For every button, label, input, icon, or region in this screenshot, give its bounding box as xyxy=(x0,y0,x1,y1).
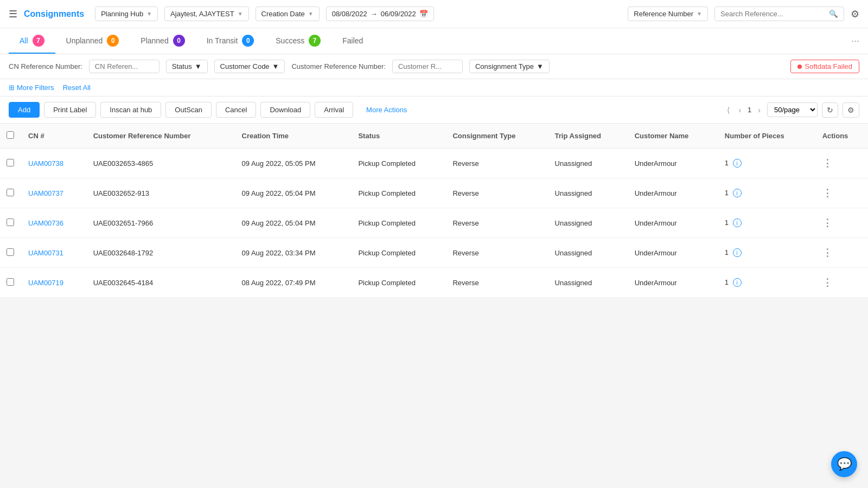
search-input[interactable] xyxy=(715,7,824,21)
search-container: 🔍 xyxy=(714,7,844,21)
prev-page-button[interactable]: ‹ xyxy=(736,105,743,115)
row-more-actions-icon[interactable]: ⋮ xyxy=(822,217,832,228)
calendar-icon: 📅 xyxy=(419,10,428,18)
search-button[interactable]: 🔍 xyxy=(824,7,844,21)
cn-link[interactable]: UAM00736 xyxy=(28,219,63,227)
more-actions-button[interactable]: More Actions xyxy=(358,102,416,117)
row-pieces: 1 i xyxy=(718,149,816,178)
tab-planned[interactable]: Planned0 xyxy=(130,28,195,54)
next-page-button[interactable]: › xyxy=(756,105,763,115)
row-pieces: 1 i xyxy=(718,238,816,268)
tab-failed[interactable]: Failed xyxy=(331,28,374,54)
outscan-button[interactable]: OutScan xyxy=(165,102,212,118)
row-checkbox[interactable] xyxy=(7,189,14,196)
reference-number-label: Reference Number xyxy=(634,10,693,18)
cancel-button[interactable]: Cancel xyxy=(216,102,256,118)
cn-link[interactable]: UAM00738 xyxy=(28,159,63,168)
planning-hub-dropdown[interactable]: Planning Hub ▼ xyxy=(95,7,158,21)
info-icon[interactable]: i xyxy=(733,219,742,227)
row-more-actions-icon[interactable]: ⋮ xyxy=(822,158,832,169)
hamburger-icon[interactable]: ☰ xyxy=(9,8,17,20)
tab-badge: 0 xyxy=(107,35,119,47)
row-actions: ⋮ xyxy=(816,208,868,238)
reset-all-link[interactable]: Reset All xyxy=(63,84,91,92)
row-checkbox-cell xyxy=(0,149,22,178)
row-checkbox[interactable] xyxy=(7,278,14,286)
info-icon[interactable]: i xyxy=(733,248,742,257)
row-actions: ⋮ xyxy=(816,238,868,268)
red-dot-icon xyxy=(797,65,802,69)
cn-reference-input[interactable] xyxy=(89,60,159,73)
app-title: Consignments xyxy=(24,9,84,19)
page-size-select[interactable]: 50/page 100/page xyxy=(767,102,818,117)
tab-in-transit[interactable]: In Transit0 xyxy=(196,28,265,54)
select-all-checkbox[interactable] xyxy=(7,131,14,139)
table-settings-button[interactable]: ⚙ xyxy=(843,102,859,118)
table-header-row: CN # Customer Reference Number Creation … xyxy=(0,124,868,149)
info-icon[interactable]: i xyxy=(733,159,742,168)
table-container: CN # Customer Reference Number Creation … xyxy=(0,124,868,298)
consignment-type-filter[interactable]: Consignment Type ▼ xyxy=(469,60,550,73)
row-cn: UAM00737 xyxy=(22,178,87,208)
tab-more-icon[interactable]: ··· xyxy=(851,35,859,47)
tab-unplanned[interactable]: Unplanned0 xyxy=(55,28,130,54)
row-customer-ref: UAE0032653-4865 xyxy=(87,149,235,178)
row-pieces: 1 i xyxy=(718,208,816,238)
download-button[interactable]: Download xyxy=(260,102,310,118)
customer-code-filter[interactable]: Customer Code ▼ xyxy=(214,60,285,73)
tab-success[interactable]: Success7 xyxy=(265,28,331,54)
date-range-picker[interactable]: 08/08/2022 → 06/09/2022 📅 xyxy=(326,7,434,21)
row-more-actions-icon[interactable]: ⋮ xyxy=(822,277,832,288)
row-checkbox-cell xyxy=(0,268,22,298)
row-cn: UAM00719 xyxy=(22,268,87,298)
add-button[interactable]: Add xyxy=(9,102,40,118)
row-customer-name: UnderArmour xyxy=(628,178,718,208)
row-checkbox[interactable] xyxy=(7,159,14,166)
status-filter[interactable]: Status ▼ xyxy=(166,60,208,73)
creation-date-dropdown[interactable]: Creation Date ▼ xyxy=(256,7,320,21)
inscan-at-hub-button[interactable]: Inscan at hub xyxy=(100,102,161,118)
col-actions: Actions xyxy=(816,124,868,149)
row-customer-name: UnderArmour xyxy=(628,268,718,298)
row-checkbox[interactable] xyxy=(7,248,14,256)
row-creation-time: 08 Aug 2022, 07:49 PM xyxy=(235,268,352,298)
row-actions: ⋮ xyxy=(816,178,868,208)
cn-link[interactable]: UAM00731 xyxy=(28,249,63,257)
planning-hub-label: Planning Hub xyxy=(101,10,143,18)
reference-number-dropdown[interactable]: Reference Number ▼ xyxy=(628,7,708,21)
row-more-actions-icon[interactable]: ⋮ xyxy=(822,188,832,198)
info-icon[interactable]: i xyxy=(733,278,742,287)
cn-reference-label: CN Reference Number: xyxy=(9,62,82,70)
tab-badge: 7 xyxy=(33,35,44,47)
tab-all[interactable]: All7 xyxy=(9,28,55,54)
refresh-button[interactable]: ↻ xyxy=(822,102,838,118)
row-consignment-type: Reverse xyxy=(446,178,548,208)
row-creation-time: 09 Aug 2022, 05:04 PM xyxy=(235,178,352,208)
info-icon[interactable]: i xyxy=(733,189,742,197)
row-cn: UAM00738 xyxy=(22,149,87,178)
more-filters-link[interactable]: ⊞ More Filters xyxy=(9,84,54,92)
row-checkbox[interactable] xyxy=(7,219,14,226)
cn-link[interactable]: UAM00737 xyxy=(28,189,63,197)
date-to: 06/09/2022 xyxy=(381,10,416,18)
row-trip-assigned: Unassigned xyxy=(548,149,628,178)
row-checkbox-cell xyxy=(0,238,22,268)
row-trip-assigned: Unassigned xyxy=(548,238,628,268)
user-dropdown[interactable]: Ajaytest, AJAYTEST ▼ xyxy=(164,7,248,21)
col-cn: CN # xyxy=(22,124,87,149)
action-bar: Add Print Label Inscan at hub OutScan Ca… xyxy=(0,97,868,124)
col-customer-ref: Customer Reference Number xyxy=(87,124,235,149)
row-customer-name: UnderArmour xyxy=(628,149,718,178)
customer-ref-input[interactable] xyxy=(392,60,463,73)
first-page-button[interactable]: ⟨ xyxy=(725,105,732,115)
row-more-actions-icon[interactable]: ⋮ xyxy=(822,247,832,258)
row-cn: UAM00736 xyxy=(22,208,87,238)
print-label-button[interactable]: Print Label xyxy=(44,102,96,118)
cn-link[interactable]: UAM00719 xyxy=(28,279,63,287)
settings-icon[interactable]: ⚙ xyxy=(851,8,859,20)
softdata-failed-button[interactable]: Softdata Failed xyxy=(790,60,859,73)
col-customer-name: Customer Name xyxy=(628,124,718,149)
arrival-button[interactable]: Arrival xyxy=(315,102,353,118)
filter-bar: CN Reference Number: Status ▼ Customer C… xyxy=(0,54,868,79)
row-customer-name: UnderArmour xyxy=(628,208,718,238)
